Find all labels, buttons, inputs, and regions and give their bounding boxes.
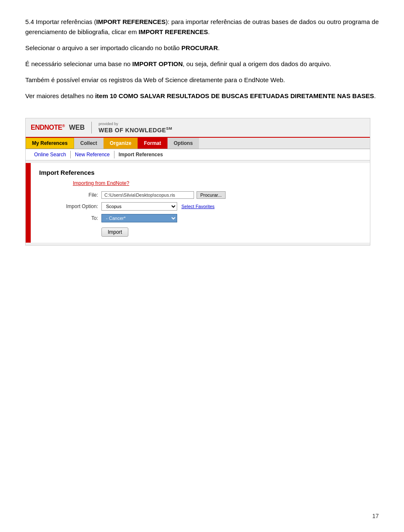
import-option-label: Import Option: <box>56 203 98 209</box>
endnote-web-screenshot: ENDNOTE® WEB provided by WEB OF KNOWLEDG… <box>25 118 370 246</box>
file-label: File: <box>56 192 98 198</box>
import-option-select[interactable]: Scopus <box>101 202 177 211</box>
enw-nav-bar: My References Collect Organize Format Op… <box>26 138 370 149</box>
provided-by-block: provided by WEB OF KNOWLEDGESM <box>98 122 172 133</box>
enw-subnav-bar: Online Search New Reference Import Refer… <box>26 149 370 160</box>
section-title: Import References <box>39 169 361 176</box>
paragraph-4: Também é possível enviar os registros da… <box>25 75 379 85</box>
file-row: File: C:\Users\Silvia\Desktop\scopus.ris… <box>56 191 361 199</box>
import-option-row: Import Option: Scopus Select Favorites <box>56 202 361 211</box>
to-row: To: - Cancer* <box>56 214 361 222</box>
paragraph-2: Selecionar o arquivo a ser importado cli… <box>25 43 379 53</box>
nav-format[interactable]: Format <box>138 138 167 149</box>
red-left-bar <box>26 163 29 243</box>
paragraph-5: Ver maiores detalhes no item 10 COMO SAL… <box>25 91 379 101</box>
to-label: To: <box>56 215 98 221</box>
web-logo: WEB <box>69 124 85 131</box>
nav-my-references[interactable]: My References <box>26 138 74 149</box>
nav-options[interactable]: Options <box>167 138 199 149</box>
main-text-body: 5.4 Importar referências (IMPORT REFEREN… <box>25 17 379 101</box>
p5-text2: . <box>374 92 376 99</box>
import-button[interactable]: Import <box>101 227 128 237</box>
p2-text1: Selecionar o arquivo a ser importado cli… <box>25 44 181 51</box>
p1-text3: . <box>208 28 210 35</box>
subnav-new-reference[interactable]: New Reference <box>71 151 114 158</box>
import-button-row: Import <box>56 226 361 237</box>
paragraph-1: 5.4 Importar referências (IMPORT REFEREN… <box>25 17 379 37</box>
enw-header: ENDNOTE® WEB provided by WEB OF KNOWLEDG… <box>26 118 370 138</box>
provided-by-text: provided by <box>98 122 172 126</box>
wok-name: WEB OF KNOWLEDGESM <box>98 126 172 134</box>
header-divider <box>91 122 92 134</box>
endnote-logo: ENDNOTE® <box>31 124 65 131</box>
paragraph-3: É necessário selecionar uma base no IMPO… <box>25 59 379 69</box>
p5-bold2: COMO SALVAR RESULTADOS DE BUSCAS EFETUAD… <box>119 92 374 99</box>
select-favorites-link[interactable]: Select Favorites <box>181 204 215 209</box>
p1-bold2: IMPORT REFERENCES <box>138 28 208 35</box>
p3-text2: , ou seja, definir qual a origem dos dad… <box>183 60 331 67</box>
importing-from-endnote-link[interactable]: Importing from EndNote? <box>73 180 361 186</box>
browse-button[interactable]: Procurar... <box>197 191 226 199</box>
nav-collect[interactable]: Collect <box>74 138 104 149</box>
p2-bold1: PROCURAR <box>181 44 218 51</box>
page-number: 17 <box>372 513 379 519</box>
to-select[interactable]: - Cancer* <box>101 214 177 222</box>
screenshot-container: ENDNOTE® WEB provided by WEB OF KNOWLEDG… <box>25 110 379 254</box>
import-form: File: C:\Users\Silvia\Desktop\scopus.ris… <box>56 191 361 222</box>
subnav-online-search[interactable]: Online Search <box>30 151 71 158</box>
file-path-value: C:\Users\Silvia\Desktop\scopus.ris <box>101 191 194 199</box>
p3-text1: É necessário selecionar uma base no <box>25 60 132 67</box>
p3-bold1: IMPORT OPTION <box>132 60 183 67</box>
subnav-import-references[interactable]: Import References <box>114 151 167 158</box>
p1-bold1: IMPORT REFERENCES <box>96 18 165 25</box>
p1-text1: 5.4 Importar referências ( <box>25 18 96 25</box>
nav-organize[interactable]: Organize <box>104 138 138 149</box>
p2-text2: . <box>218 44 220 51</box>
p5-bold1: item 10 <box>95 92 117 99</box>
p5-text1: Ver maiores detalhes no <box>25 92 95 99</box>
enw-main-content: Import References Importing from EndNote… <box>29 163 370 243</box>
